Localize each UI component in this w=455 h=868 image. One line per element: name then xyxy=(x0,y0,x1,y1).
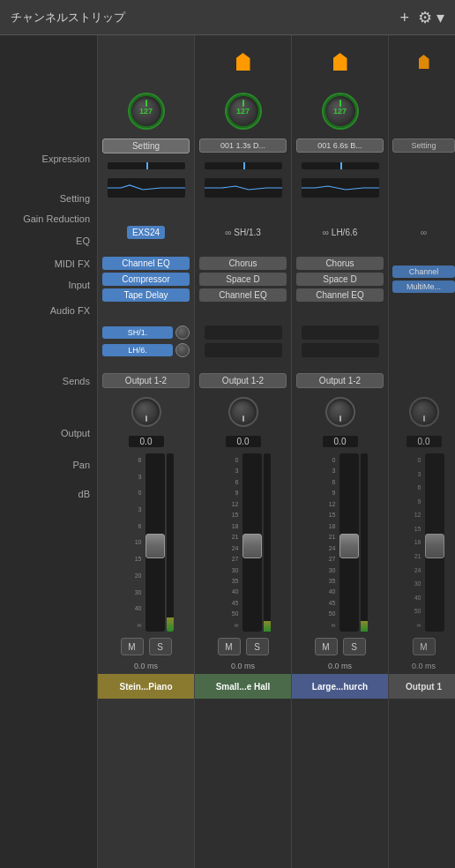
ch3-mute-btn[interactable]: M xyxy=(315,638,338,655)
ch3-pan-knob[interactable] xyxy=(325,397,355,427)
ch2-sends xyxy=(195,314,291,369)
ch3-input-text: LH/6.6 xyxy=(332,228,357,237)
ch1-knob-label: 127 xyxy=(139,107,153,116)
ch3-output-btn[interactable]: Output 1-2 xyxy=(296,373,383,388)
ch2-mute-btn[interactable]: M xyxy=(218,638,241,655)
audio-fx-label: Audio FX xyxy=(0,296,97,367)
ch3-setting-btn[interactable]: 001 6.6s B... xyxy=(296,138,383,153)
ch4-pan-knob[interactable] xyxy=(409,397,439,427)
ch2-fader-slider[interactable] xyxy=(242,453,262,632)
ch2-eq-display xyxy=(205,178,282,198)
ch3-fx-1[interactable]: Chorus xyxy=(296,257,383,270)
ch4-setting-btn[interactable]: Setting xyxy=(392,138,455,153)
ch2-output-btn[interactable]: Output 1-2 xyxy=(199,373,286,388)
ch4-audiofx: Channel MultiMe... xyxy=(389,243,455,314)
ch1-db-row: 0.0 xyxy=(98,432,194,450)
ch3-expression[interactable]: 127 xyxy=(292,88,388,134)
ch4-fx-2[interactable]: MultiMe... xyxy=(392,281,455,293)
ch1-meter-l xyxy=(167,453,174,632)
ch3-knob[interactable]: 127 xyxy=(324,94,357,128)
ch1-name: Stein...Piano xyxy=(98,674,194,699)
ch3-icon-area xyxy=(292,35,388,88)
ch4-mute-btn[interactable]: M xyxy=(413,638,436,655)
ch4-sends xyxy=(389,314,455,369)
ch2-fader-thumb[interactable] xyxy=(242,534,262,558)
ch1-output-btn[interactable]: Output 1-2 xyxy=(102,373,189,388)
output-label: Output xyxy=(0,422,97,445)
ch1-input-btn[interactable]: EXS24 xyxy=(127,226,165,239)
ch1-fader-slider[interactable] xyxy=(145,453,165,632)
ch4-fader-slider[interactable] xyxy=(425,453,444,632)
ch1-expression[interactable]: 127 xyxy=(98,88,194,134)
ch3-solo-btn[interactable]: S xyxy=(343,638,366,655)
ch3-ms-val: 0.0 ms xyxy=(328,662,352,670)
ch1-fx-2[interactable]: Compressor xyxy=(102,273,189,286)
sends-label: Sends xyxy=(0,367,97,422)
ch2-fx-1[interactable]: Chorus xyxy=(199,257,286,270)
ch3-midifx xyxy=(292,201,388,221)
ch2-pan-knob[interactable] xyxy=(228,397,258,427)
ch4-pan-row xyxy=(389,392,455,432)
ch4-setting-row: Setting xyxy=(389,134,455,157)
labels-column: Expression Setting Gain Reduction EQ MID… xyxy=(0,35,97,868)
ch4-gain-reduction xyxy=(389,157,455,175)
ch1-eq-display xyxy=(108,178,185,198)
ch1-mute-btn[interactable]: M xyxy=(121,638,144,655)
ch3-db-display: 0.0 xyxy=(323,436,358,447)
ch1-fx-3[interactable]: Tape Delay xyxy=(102,288,189,302)
ch1-pan-knob[interactable] xyxy=(131,397,161,427)
add-button[interactable]: + xyxy=(399,10,409,26)
ch4-name: Output 1 xyxy=(389,674,455,699)
ch2-fader-area: 03691215182124273035404550∞ xyxy=(195,450,291,635)
ch4-icon xyxy=(419,55,429,69)
ch2-fader-track: 03691215182124273035404550∞ xyxy=(216,453,271,632)
ch3-meter-bar xyxy=(302,162,379,169)
ch1-solo-btn[interactable]: S xyxy=(149,638,172,655)
ch2-knob[interactable]: 127 xyxy=(227,94,260,128)
ch3-db-row: 0.0 xyxy=(292,432,388,450)
ch2-expression[interactable]: 127 xyxy=(195,88,291,134)
ch1-send-btn-1[interactable]: SH/1. xyxy=(102,326,172,339)
ch4-fx-1[interactable]: Channel xyxy=(392,266,455,278)
channel-4: Setting ∞ Channel MultiMe... xyxy=(388,35,455,868)
ch1-send-btn-2[interactable]: LH/6. xyxy=(102,344,172,356)
header-title: チャンネルストリップ xyxy=(11,10,125,26)
ch1-fader-meters xyxy=(167,453,174,632)
ch4-db-row: 0.0 xyxy=(389,432,455,450)
ch3-fader-slider[interactable] xyxy=(339,453,359,632)
ch2-ms-val: 0.0 ms xyxy=(231,662,255,670)
ch4-fader-thumb[interactable] xyxy=(425,534,444,558)
ch3-meter-line xyxy=(340,162,342,169)
ch4-fader-area: 03691215182124304050∞ xyxy=(389,450,455,635)
ch3-fader-thumb[interactable] xyxy=(339,534,359,558)
ch3-fader-scale: 03691215182124273035404550∞ xyxy=(313,453,338,632)
ch3-name: Large...hurch xyxy=(292,674,388,699)
ch1-ms-row: M S xyxy=(98,635,194,658)
ch2-eq xyxy=(195,175,291,201)
ch2-fx-3[interactable]: Channel EQ xyxy=(199,288,286,302)
ch3-fx-3[interactable]: Channel EQ xyxy=(296,288,383,302)
ch2-midifx xyxy=(195,201,291,221)
eq-label: EQ xyxy=(0,228,97,254)
ch1-send-knob-2[interactable] xyxy=(175,343,190,357)
ch3-knob-label: 127 xyxy=(333,107,347,116)
ch1-setting-btn[interactable]: Setting xyxy=(102,138,189,153)
ch4-eq xyxy=(389,175,455,201)
ch4-input-row: ∞ xyxy=(389,221,455,243)
ch2-solo-btn[interactable]: S xyxy=(246,638,269,655)
ch1-fx-1[interactable]: Channel EQ xyxy=(102,257,189,270)
ch3-fader-track: 03691215182124273035404550∞ xyxy=(313,453,368,632)
input-label: Input xyxy=(0,273,97,296)
ch1-gain-reduction xyxy=(98,157,194,175)
ch1-setting-row: Setting xyxy=(98,134,194,157)
ch1-knob[interactable]: 127 xyxy=(130,94,163,128)
ch1-msval-row: 0.0 ms xyxy=(98,658,194,674)
ch2-setting-btn[interactable]: 001 1.3s D... xyxy=(199,138,286,153)
ch1-fader-scale: 630361015203040∞ xyxy=(119,453,144,632)
gear-button[interactable]: ⚙ ▾ xyxy=(418,10,444,26)
ch2-input-text: SH/1.3 xyxy=(234,228,261,237)
ch1-send-knob-1[interactable] xyxy=(175,326,190,340)
ch3-fx-2[interactable]: Space D xyxy=(296,273,383,286)
ch1-fader-thumb[interactable] xyxy=(145,534,165,558)
ch2-fx-2[interactable]: Space D xyxy=(199,273,286,286)
